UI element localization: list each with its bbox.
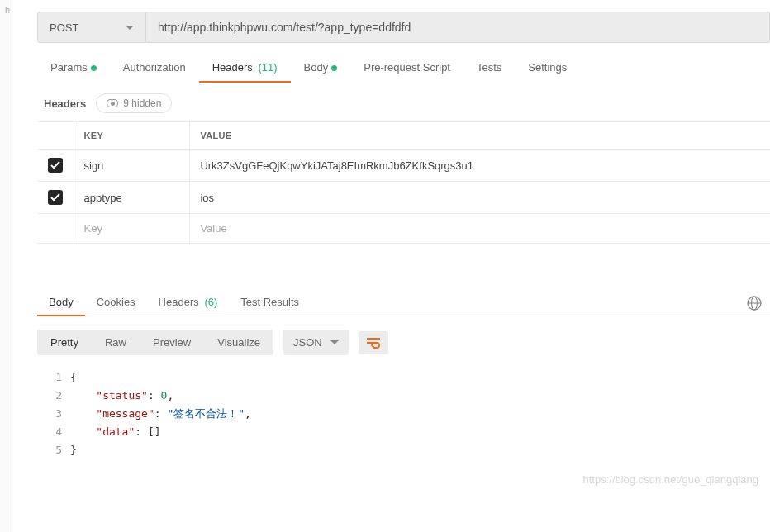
code-content: { "status": 0, "message": "签名不合法！", "dat…: [70, 368, 770, 459]
wrap-lines-button[interactable]: [359, 331, 388, 354]
hidden-headers-toggle[interactable]: 9 hidden: [96, 93, 172, 113]
tab-headers[interactable]: Headers (11): [199, 53, 291, 82]
header-value-input[interactable]: Value: [190, 214, 770, 244]
tab-prerequest[interactable]: Pre-request Script: [350, 53, 463, 82]
chevron-down-icon: [330, 340, 339, 344]
hidden-count-label: 9 hidden: [123, 97, 161, 109]
tab-body[interactable]: Body: [291, 53, 351, 82]
status-dot-icon: [91, 65, 97, 71]
watermark: https://blog.csdn.net/guo_qiangqiang: [582, 473, 758, 486]
col-value: VALUE: [190, 122, 770, 150]
sidebar-fragment: h: [0, 0, 12, 15]
header-key-input[interactable]: Key: [74, 214, 190, 244]
preview-button[interactable]: Preview: [140, 330, 204, 355]
header-value-cell[interactable]: Urk3ZsVgGFeQjKqwYkiJATaj8EImRkmJb6ZKfkSq…: [190, 150, 770, 182]
tab-response-body[interactable]: Body: [37, 288, 85, 316]
table-row-new: Key Value: [37, 214, 770, 244]
chevron-down-icon: [126, 26, 134, 30]
tab-tests[interactable]: Tests: [463, 53, 515, 82]
globe-icon[interactable]: [747, 291, 770, 313]
line-gutter: 1 2 3 4 5: [37, 368, 70, 459]
check-icon: [50, 193, 60, 202]
response-tabs: Body Cookies Headers (6) Test Results: [37, 288, 770, 316]
response-view-mode: Pretty Raw Preview Visualize: [37, 330, 273, 355]
tab-response-cookies[interactable]: Cookies: [85, 288, 147, 316]
headers-title: Headers: [44, 97, 86, 110]
row-checkbox[interactable]: [48, 158, 63, 173]
table-row: apptype ios: [37, 182, 770, 214]
tab-response-headers[interactable]: Headers (6): [147, 288, 230, 316]
row-checkbox[interactable]: [48, 190, 63, 205]
pretty-button[interactable]: Pretty: [37, 330, 92, 355]
tab-params[interactable]: Params: [37, 53, 110, 82]
col-checkbox: [37, 122, 74, 150]
headers-table: KEY VALUE sign Urk3ZsVgGFeQjKqwYkiJATaj8…: [37, 121, 770, 244]
raw-button[interactable]: Raw: [92, 330, 140, 355]
col-key: KEY: [74, 122, 190, 150]
tab-response-test-results[interactable]: Test Results: [229, 288, 311, 316]
eye-icon: [107, 99, 118, 107]
http-method-label: POST: [50, 21, 78, 34]
response-format-select[interactable]: JSON: [283, 330, 349, 355]
status-dot-icon: [331, 65, 337, 71]
visualize-button[interactable]: Visualize: [204, 330, 273, 355]
wrap-icon: [366, 337, 381, 349]
request-tabs: Params Authorization Headers (11) Body P…: [37, 53, 770, 82]
table-row: sign Urk3ZsVgGFeQjKqwYkiJATaj8EImRkmJb6Z…: [37, 150, 770, 182]
http-method-select[interactable]: POST: [37, 12, 146, 43]
check-icon: [50, 161, 60, 169]
tab-authorization[interactable]: Authorization: [110, 53, 199, 82]
header-key-cell[interactable]: apptype: [74, 182, 190, 214]
header-value-cell[interactable]: ios: [190, 182, 770, 214]
tab-settings[interactable]: Settings: [515, 53, 580, 82]
header-key-cell[interactable]: sign: [74, 150, 190, 182]
url-input[interactable]: http://app.thinkphpwu.com/test/?app_type…: [146, 12, 770, 43]
